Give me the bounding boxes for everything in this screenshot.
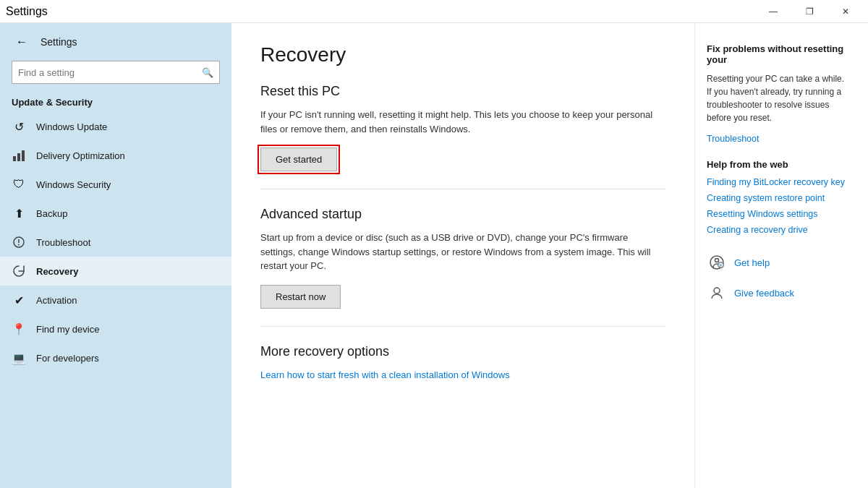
clean-install-link[interactable]: Learn how to start fresh with a clean in… <box>260 369 510 380</box>
sidebar-item-label: Activation <box>36 295 77 306</box>
get-help-label[interactable]: Get help <box>734 257 770 268</box>
divider-2 <box>260 326 665 327</box>
titlebar-left: Settings <box>0 5 48 18</box>
content-main: Recovery Reset this PC If your PC isn't … <box>231 23 694 488</box>
svg-rect-2 <box>22 150 25 161</box>
get-started-button[interactable]: Get started <box>260 147 337 171</box>
page-title: Recovery <box>260 43 665 67</box>
sidebar-header: ← Settings <box>0 23 231 55</box>
titlebar: Settings — ❐ ✕ <box>0 0 868 23</box>
svg-point-5 <box>18 244 20 246</box>
windows-security-icon: 🛡 <box>12 177 26 192</box>
sidebar-item-activation[interactable]: ✔ Activation <box>0 286 231 314</box>
sidebar-section-title: Update & Security <box>0 90 231 112</box>
for-developers-icon: 💻 <box>12 351 26 365</box>
windows-update-icon: ↺ <box>12 119 26 134</box>
sidebar-item-troubleshoot[interactable]: Troubleshoot <box>0 228 231 257</box>
sidebar-item-delivery-optimization[interactable]: Delivery Optimization <box>0 141 231 170</box>
search-input[interactable] <box>18 67 202 78</box>
delivery-optimization-icon <box>12 148 26 163</box>
right-link-bitlocker[interactable]: Finding my BitLocker recovery key <box>707 177 851 187</box>
back-icon: ← <box>16 35 27 48</box>
sidebar-item-label: Recovery <box>36 266 79 277</box>
give-feedback-action[interactable]: Give feedback <box>707 283 851 303</box>
sidebar-item-label: Backup <box>36 208 67 219</box>
right-link-recovery-drive[interactable]: Creating a recovery drive <box>707 225 851 235</box>
backup-icon: ⬆ <box>12 206 26 221</box>
recovery-icon <box>12 264 26 278</box>
right-links: Finding my BitLocker recovery key Creati… <box>707 177 851 235</box>
sidebar-item-backup[interactable]: ⬆ Backup <box>0 199 231 228</box>
maximize-button[interactable]: ❐ <box>793 0 826 23</box>
sidebar-item-label: Find my device <box>36 324 99 335</box>
right-actions: ? Get help Give feedback <box>707 252 851 303</box>
reset-section-desc: If your PC isn't running well, resetting… <box>260 108 665 136</box>
sidebar-item-recovery[interactable]: Recovery <box>0 257 231 286</box>
content-area: Recovery Reset this PC If your PC isn't … <box>231 23 868 488</box>
fix-section-desc: Resetting your PC can take a while. If y… <box>707 72 851 124</box>
back-button[interactable]: ← <box>12 32 32 52</box>
fix-section-title: Fix problems without resetting your <box>707 43 851 65</box>
sidebar-app-title: Settings <box>41 36 77 48</box>
svg-rect-1 <box>17 153 20 161</box>
troubleshoot-icon <box>12 235 26 249</box>
sidebar-item-windows-security[interactable]: 🛡 Windows Security <box>0 170 231 199</box>
restart-now-button[interactable]: Restart now <box>260 285 341 309</box>
sidebar-item-for-developers[interactable]: 💻 For developers <box>0 343 231 372</box>
sidebar-item-label: Windows Update <box>36 121 107 132</box>
svg-point-7 <box>715 259 719 262</box>
activation-icon: ✔ <box>12 293 26 307</box>
advanced-section-desc: Start up from a device or disc (such as … <box>260 231 665 273</box>
sidebar-item-find-my-device[interactable]: 📍 Find my device <box>0 314 231 343</box>
sidebar: ← Settings 🔍 Update & Security ↺ Windows… <box>0 23 231 488</box>
reset-section-title: Reset this PC <box>260 84 665 99</box>
search-icon[interactable]: 🔍 <box>202 67 213 78</box>
divider-1 <box>260 189 665 189</box>
minimize-button[interactable]: — <box>757 0 790 23</box>
main-layout: ← Settings 🔍 Update & Security ↺ Windows… <box>0 23 868 488</box>
svg-rect-0 <box>13 156 16 161</box>
help-section-title: Help from the web <box>707 159 851 170</box>
give-feedback-icon <box>707 283 727 303</box>
sidebar-item-label: For developers <box>36 353 99 364</box>
get-help-action[interactable]: ? Get help <box>707 252 851 273</box>
get-help-icon: ? <box>707 252 727 273</box>
right-link-restore[interactable]: Creating system restore point <box>707 193 851 203</box>
right-link-reset-settings[interactable]: Resetting Windows settings <box>707 209 851 219</box>
search-box: 🔍 <box>12 61 220 84</box>
titlebar-title: Settings <box>6 5 48 18</box>
sidebar-item-label: Troubleshoot <box>36 237 90 248</box>
sidebar-item-label: Delivery Optimization <box>36 150 125 161</box>
advanced-section-title: Advanced startup <box>260 207 665 222</box>
sidebar-item-windows-update[interactable]: ↺ Windows Update <box>0 112 231 141</box>
find-my-device-icon: 📍 <box>12 322 26 336</box>
sidebar-item-label: Windows Security <box>36 179 111 190</box>
more-section-title: More recovery options <box>260 344 665 359</box>
titlebar-controls: — ❐ ✕ <box>757 0 862 23</box>
right-panel: Fix problems without resetting your Rese… <box>694 23 868 488</box>
svg-point-10 <box>714 288 720 294</box>
give-feedback-label[interactable]: Give feedback <box>734 288 794 299</box>
close-button[interactable]: ✕ <box>829 0 862 23</box>
troubleshoot-link[interactable]: Troubleshoot <box>707 134 760 144</box>
